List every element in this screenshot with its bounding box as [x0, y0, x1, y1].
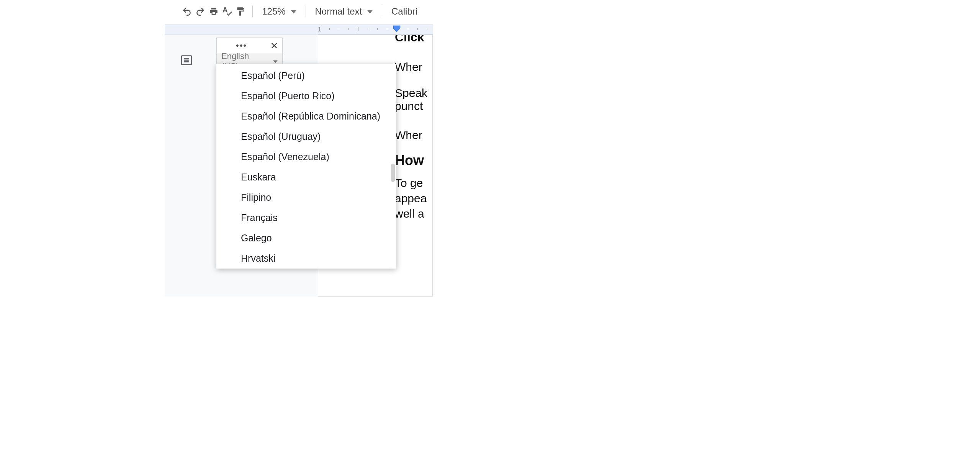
ruler-number: 1 — [318, 26, 321, 33]
ruler-tick — [427, 28, 427, 30]
paint-format-button[interactable] — [234, 3, 247, 20]
language-dropdown: Español (Perú)Español (Puerto Rico)Españ… — [216, 64, 396, 269]
paragraph-style-dropdown[interactable]: Normal text — [311, 6, 376, 17]
document-heading: How — [395, 152, 432, 169]
indent-marker-icon[interactable] — [393, 25, 401, 35]
document-text: punct — [395, 100, 432, 113]
document-text: well a — [395, 206, 432, 221]
ruler-tick — [339, 28, 339, 30]
ruler-tick — [387, 28, 387, 30]
language-option[interactable]: Français — [216, 208, 396, 228]
chevron-down-icon — [291, 6, 296, 17]
font-dropdown[interactable]: Calibri — [388, 6, 421, 17]
font-label: Calibri — [391, 6, 417, 17]
document-text: Speak — [395, 87, 432, 100]
document-text: appea — [395, 191, 432, 206]
ruler-tick — [358, 27, 358, 31]
print-button[interactable] — [207, 3, 220, 20]
document-text: Click — [395, 34, 432, 44]
language-option[interactable]: Español (Uruguay) — [216, 126, 396, 147]
spellcheck-button[interactable] — [220, 3, 234, 20]
language-option[interactable]: Español (Perú) — [216, 64, 396, 86]
zoom-label: 125% — [262, 6, 285, 17]
document-text: To ge — [395, 175, 432, 191]
language-option[interactable]: Español (Venezuela) — [216, 147, 396, 167]
ruler-tick — [368, 28, 368, 30]
toolbar: 125% Normal text Calibri — [165, 0, 433, 23]
language-option[interactable]: Euskara — [216, 167, 396, 187]
undo-button[interactable] — [180, 3, 193, 20]
redo-button[interactable] — [193, 3, 207, 20]
ruler-tick — [408, 28, 408, 30]
voice-panel-header[interactable]: ••• — [216, 38, 283, 53]
ruler-tick — [348, 28, 349, 30]
toolbar-separator — [252, 6, 253, 17]
toolbar-separator — [306, 6, 306, 17]
zoom-dropdown[interactable]: 125% — [258, 6, 300, 17]
document-text: Wher — [395, 61, 432, 74]
toolbar-separator — [382, 6, 382, 17]
language-option[interactable]: Filipino — [216, 187, 396, 208]
outline-button[interactable] — [180, 54, 193, 68]
ruler-tick — [377, 28, 378, 30]
chevron-down-icon — [367, 6, 373, 17]
close-button[interactable] — [266, 42, 282, 49]
document-text: Wher — [395, 129, 432, 142]
scrollbar-thumb[interactable] — [391, 164, 395, 182]
language-option[interactable]: Galego — [216, 228, 396, 248]
paragraph-style-label: Normal text — [315, 6, 362, 17]
document-surface: Click Wher Speak punct Wher How To ge ap… — [165, 34, 433, 297]
language-option[interactable]: Hrvatski — [216, 248, 396, 269]
ruler[interactable]: 1 — [165, 25, 433, 34]
language-option[interactable]: Español (Puerto Rico) — [216, 86, 396, 106]
ruler-tick — [329, 28, 330, 30]
more-icon[interactable]: ••• — [217, 41, 266, 51]
ruler-tick — [417, 28, 418, 30]
language-option[interactable]: Español (República Dominicana) — [216, 106, 396, 126]
